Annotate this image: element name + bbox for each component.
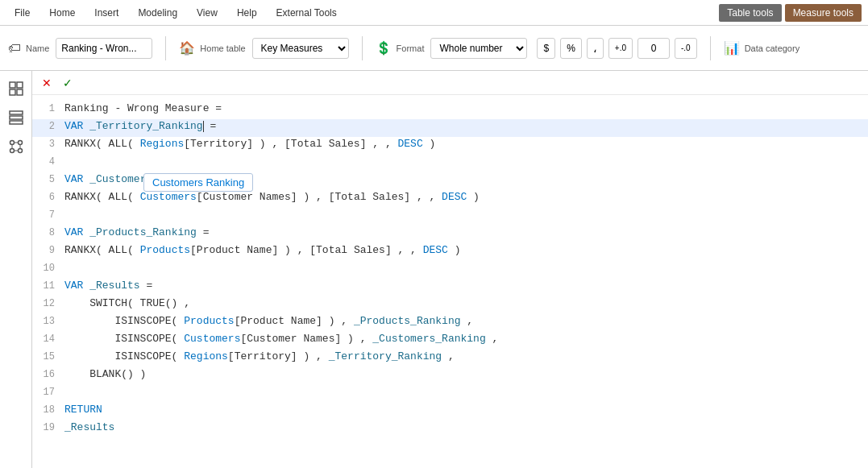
ribbon-number-format-group: $ % ، +.0 -.0: [537, 38, 696, 59]
format-label: Format: [397, 43, 425, 53]
decimal-decrease-button[interactable]: -.0: [675, 38, 697, 59]
code-line-5: 5 VAR _Customers_Ranking =: [32, 172, 868, 190]
code-line-15: 15 ISINSCOPE( Regions[Territory] ) , _Te…: [32, 350, 868, 367]
svg-rect-0: [10, 82, 15, 88]
currency-button[interactable]: $: [537, 38, 555, 59]
confirm-button[interactable]: ✓: [60, 75, 76, 91]
menu-view[interactable]: View: [189, 4, 226, 22]
ribbon-data-category-group: 📊 Data category: [724, 40, 801, 56]
svg-rect-3: [17, 89, 23, 95]
sidebar-report-view[interactable]: [5, 77, 27, 100]
percent-button[interactable]: %: [560, 38, 582, 59]
code-line-1: 1 Ranking - Wrong Measure =: [32, 101, 868, 119]
menu-insert[interactable]: Insert: [86, 4, 127, 22]
comma-button[interactable]: ،: [587, 38, 604, 59]
code-line-12: 12 SWITCH( TRUE() ,: [32, 296, 868, 314]
code-line-17: 17: [32, 385, 868, 403]
svg-point-7: [10, 141, 14, 145]
code-line-2: 2 VAR _Territory_Ranking =: [32, 119, 868, 137]
code-line-7: 7: [32, 208, 868, 226]
format-select[interactable]: Whole number: [430, 38, 527, 59]
cancel-button[interactable]: ✕: [39, 75, 55, 91]
code-line-8: 8 VAR _Products_Ranking =: [32, 226, 868, 243]
data-category-icon: 📊: [724, 40, 740, 56]
sep1: [165, 36, 166, 60]
code-line-6: 6 RANKX( ALL( Customers[Customer Names] …: [32, 190, 868, 208]
code-line-16: 16 BLANK() ): [32, 367, 868, 385]
home-table-label: Home table: [200, 43, 245, 53]
sidebar-model-view[interactable]: [5, 135, 27, 158]
svg-point-9: [10, 149, 14, 153]
svg-rect-1: [17, 82, 23, 88]
tab-measure-tools[interactable]: Measure tools: [785, 4, 862, 22]
editor-area: ✕ ✓ 1 Ranking - Wrong Measure = 2 VAR _T…: [32, 71, 868, 468]
ribbon: 🏷 Name 🏠 Home table Key Measures 💲 Forma…: [0, 26, 868, 71]
svg-point-8: [18, 141, 22, 145]
decimal-places-input[interactable]: [638, 38, 670, 59]
menu-bar: File Home Insert Modeling View Help Exte…: [0, 0, 868, 26]
sep2: [362, 36, 363, 60]
menu-external-tools[interactable]: External Tools: [268, 4, 345, 22]
svg-rect-2: [10, 89, 15, 95]
code-line-11: 11 VAR _Results =: [32, 279, 868, 296]
sidebar-table-view[interactable]: [5, 106, 27, 129]
code-line-18: 18 RETURN: [32, 403, 868, 420]
format-icon: 💲: [376, 40, 392, 56]
code-line-3: 3 RANKX( ALL( Regions[Territory] ) , [To…: [32, 137, 868, 155]
svg-rect-5: [10, 116, 23, 119]
home-table-select[interactable]: Key Measures: [252, 38, 349, 59]
name-input[interactable]: [56, 38, 152, 59]
name-icon: 🏷: [8, 41, 21, 56]
decimal-increase-button[interactable]: +.0: [608, 38, 633, 59]
code-line-9: 9 RANKX( ALL( Products[Product Name] ) ,…: [32, 243, 868, 261]
main-layout: ✕ ✓ 1 Ranking - Wrong Measure = 2 VAR _T…: [0, 71, 868, 468]
code-line-13: 13 ISINSCOPE( Products[Product Name] ) ,…: [32, 314, 868, 332]
svg-rect-6: [10, 121, 23, 124]
code-line-14: 14 ISINSCOPE( Customers[Customer Names] …: [32, 332, 868, 350]
svg-rect-4: [10, 111, 23, 114]
data-category-label: Data category: [745, 43, 799, 53]
code-line-19: 19 _Results: [32, 420, 868, 438]
home-table-icon: 🏠: [179, 40, 195, 56]
sep3: [710, 36, 711, 60]
code-line-10: 10: [32, 261, 868, 279]
menu-help[interactable]: Help: [229, 4, 265, 22]
menu-home[interactable]: Home: [41, 4, 83, 22]
menu-file[interactable]: File: [6, 4, 38, 22]
code-line-4: 4: [32, 155, 868, 172]
editor-toolbar: ✕ ✓: [32, 71, 868, 95]
menu-modeling[interactable]: Modeling: [130, 4, 185, 22]
code-editor[interactable]: 1 Ranking - Wrong Measure = 2 VAR _Terri…: [32, 95, 868, 468]
svg-point-10: [18, 149, 22, 153]
sidebar: [0, 71, 32, 468]
ribbon-home-table-group: 🏠 Home table Key Measures: [179, 38, 348, 59]
ribbon-name-group: 🏷 Name: [8, 38, 152, 59]
ribbon-format-group: 💲 Format Whole number: [376, 38, 528, 59]
name-label: Name: [26, 43, 49, 53]
tab-table-tools[interactable]: Table tools: [719, 4, 781, 22]
